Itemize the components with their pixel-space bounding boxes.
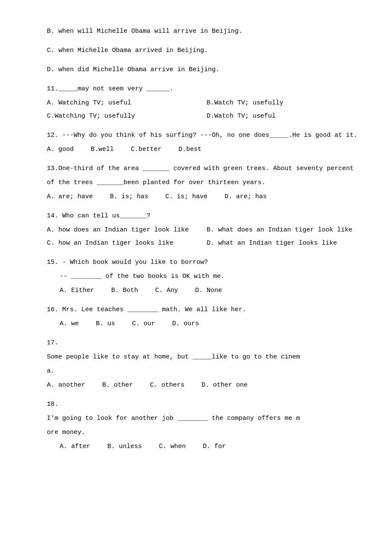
q15-options: A. Either B. Both C. Any D. None (47, 285, 358, 296)
question-12: 12. ---Why do you think of his surfing? … (47, 130, 358, 155)
question-14: 14. Who can tell us_______? A. how does … (47, 210, 358, 249)
q12-option-c: C.better (131, 144, 161, 155)
q13-option-c: C. is; have (165, 191, 208, 202)
question-16: 16. Mrs. Lee teaches ________ math. We a… (47, 304, 358, 330)
q17-option-d: D. other one (202, 379, 248, 391)
q17-stem-line1: Some people like to stay at home, but __… (47, 351, 358, 363)
q11-options: A. Watching TV; useful B.Watch TV; usefu… (47, 97, 358, 122)
q14-option-c: C. how an Indian tiger looks like (47, 237, 198, 249)
question-18: 18. I'm going to look for another job __… (47, 399, 358, 452)
q13-option-a: A. are; have (47, 191, 93, 202)
q16-option-d: D. ours (172, 318, 199, 330)
q16-option-b: B. us (96, 318, 115, 330)
q11-option-b: B.Watch TV; usefully (207, 97, 358, 109)
q13-options: A. are; have B. is; has C. is; have D. a… (47, 191, 358, 202)
q12-options: A. good B.well C.better D.best (47, 144, 358, 155)
q11-stem: 11._____may not seem very ______. (47, 83, 358, 95)
q16-stem: 16. Mrs. Lee teaches ________ math. We a… (47, 304, 358, 315)
q13-stem-line2: of the trees _______been planted for ove… (47, 177, 358, 188)
q11-option-d: D.Watch TV; useful (207, 110, 358, 122)
question-11: 11._____may not seem very ______. A. Wat… (47, 83, 358, 122)
q17-stem-line2: a. (47, 365, 358, 377)
q12-option-a: A. good (47, 144, 74, 155)
option-d-text: D. when did Michelle Obama arrive in Bei… (47, 64, 358, 75)
q14-option-a: A. how does an Indian tiger look like (47, 224, 198, 236)
q18-options: A. after B. unless C. when D. for (47, 441, 358, 452)
option-b-q10: B. when will Michelle Obama will arrive … (47, 26, 358, 37)
q13-stem-line1: 13.One-third of the area _______ covered… (47, 163, 358, 174)
q18-stem-line2: ore money. (47, 427, 358, 438)
option-c-q10: C. when Michelle Obama arrived in Beijin… (47, 45, 358, 56)
q17-options: A. another B. other C. others D. other o… (47, 379, 358, 391)
q15-option-c: C. Any (155, 285, 178, 296)
q15-stem-line1: 15. - Which book would you like to borro… (47, 257, 358, 268)
q12-stem: 12. ---Why do you think of his surfing? … (47, 130, 358, 141)
question-17: 17. Some people like to stay at home, bu… (47, 337, 358, 391)
q18-option-d: D. for (203, 441, 226, 452)
q14-options: A. how does an Indian tiger look like B.… (47, 224, 358, 249)
q14-option-d: D. what an Indian tiger looks like (207, 237, 358, 249)
exam-content: B. when will Michelle Obama will arrive … (47, 26, 358, 452)
q15-option-a: A. Either (60, 285, 94, 296)
q18-number: 18. (47, 399, 358, 410)
q13-option-b: B. is; has (110, 191, 148, 202)
q15-stem-line2: -- ________ of the two books is OK with … (47, 271, 358, 282)
q15-option-d: D. None (195, 285, 222, 296)
q14-stem: 14. Who can tell us_______? (47, 210, 358, 222)
q14-option-b: B. what does an Indian tiger look like (207, 224, 358, 236)
q12-option-d: D.best (179, 144, 202, 155)
q17-option-c: C. others (150, 379, 184, 391)
q16-option-a: A. we (60, 318, 79, 330)
q18-option-a: A. after (60, 441, 90, 452)
question-13: 13.One-third of the area _______ covered… (47, 163, 358, 202)
q18-option-b: B. unless (107, 441, 142, 452)
q16-options: A. we B. us C. our D. ours (47, 318, 358, 330)
q15-option-b: B. Both (111, 285, 138, 296)
q17-number: 17. (47, 337, 358, 349)
option-b-text: B. when will Michelle Obama will arrive … (47, 26, 358, 37)
q13-option-d: D. are; has (225, 191, 267, 202)
q12-option-b: B.well (91, 144, 114, 155)
question-15: 15. - Which book would you like to borro… (47, 257, 358, 296)
q16-option-c: C. our (132, 318, 155, 330)
q11-option-a: A. Watching TV; useful (47, 97, 198, 109)
q17-option-a: A. another (47, 379, 85, 391)
q18-stem-line1: I'm going to look for another job ______… (47, 413, 358, 424)
option-d-q10: D. when did Michelle Obama arrive in Bei… (47, 64, 358, 75)
q17-option-b: B. other (102, 379, 133, 391)
q18-option-c: C. when (159, 441, 186, 452)
option-c-text: C. when Michelle Obama arrived in Beijin… (47, 45, 358, 56)
q11-option-c: C.Watching TV; usefully (47, 110, 198, 122)
